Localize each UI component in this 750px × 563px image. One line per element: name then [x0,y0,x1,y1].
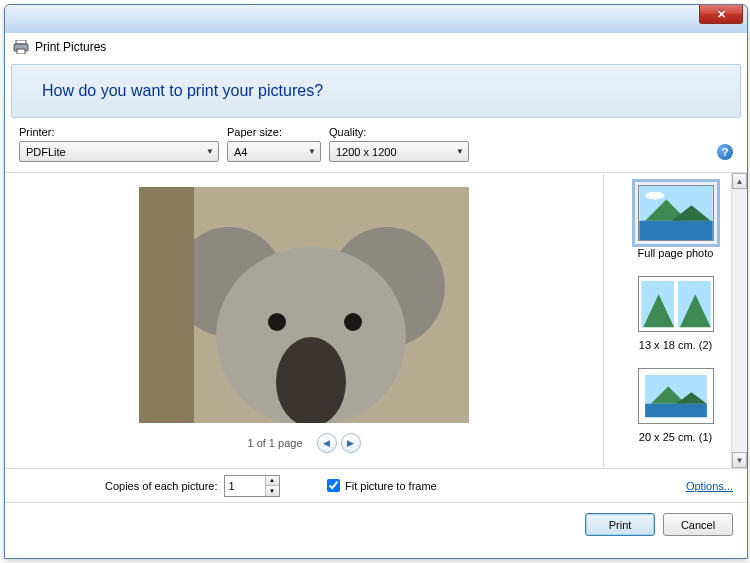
koala-photo-placeholder [139,187,469,423]
paper-size-label: Paper size: [227,126,321,138]
titlebar: ✕ [5,5,747,33]
svg-rect-21 [645,404,707,418]
layout-pane: Full page photo 13 x 18 cm. (2) 20 x 25 … [603,173,747,468]
copies-up-button[interactable]: ▲ [265,476,279,487]
preview-image [139,187,469,423]
main-area: 1 of 1 page ◀ ▶ Full page photo [5,173,747,469]
layout-20x25[interactable]: 20 x 25 cm. (1) [604,361,747,443]
pager-text: 1 of 1 page [247,437,302,449]
svg-rect-2 [17,49,25,54]
printer-setting: Printer: PDFLite ▼ [19,126,219,162]
cancel-button[interactable]: Cancel [663,513,733,536]
help-icon[interactable]: ? [717,144,733,160]
copies-input[interactable] [225,476,265,496]
prev-page-button[interactable]: ◀ [317,433,337,453]
layout-13x18[interactable]: 13 x 18 cm. (2) [604,269,747,351]
print-pictures-dialog: ✕ Print Pictures How do you want to prin… [4,4,748,559]
paper-size-value: A4 [234,146,247,158]
options-row: Copies of each picture: ▲ ▼ Fit picture … [5,469,747,503]
svg-point-9 [344,313,362,331]
copies-spinner[interactable]: ▲ ▼ [224,475,280,497]
settings-row: Printer: PDFLite ▼ Paper size: A4 ▼ Qual… [5,118,747,173]
close-button[interactable]: ✕ [699,5,743,24]
preview-pane: 1 of 1 page ◀ ▶ [5,173,603,468]
layout-scrollbar[interactable]: ▲ ▼ [731,173,747,468]
layout-label: 13 x 18 cm. (2) [639,339,712,351]
paper-size-setting: Paper size: A4 ▼ [227,126,321,162]
layout-label: Full page photo [638,247,714,259]
chevron-down-icon: ▼ [308,147,316,156]
printer-icon [13,40,29,54]
printer-label: Printer: [19,126,219,138]
scroll-up-button[interactable]: ▲ [732,173,747,189]
svg-point-15 [645,192,664,200]
quality-setting: Quality: 1200 x 1200 ▼ [329,126,469,162]
copies-label: Copies of each picture: [105,480,218,492]
paper-size-combo[interactable]: A4 ▼ [227,141,321,162]
banner: How do you want to print your pictures? [11,64,741,118]
fit-group: Fit picture to frame [327,479,437,492]
next-page-button[interactable]: ▶ [341,433,361,453]
layout-label: 20 x 25 cm. (1) [639,431,712,443]
banner-question: How do you want to print your pictures? [42,82,323,100]
svg-point-8 [268,313,286,331]
printer-combo[interactable]: PDFLite ▼ [19,141,219,162]
chevron-down-icon: ▼ [206,147,214,156]
svg-point-7 [276,337,346,423]
svg-rect-0 [16,40,26,44]
fit-checkbox[interactable] [327,479,340,492]
quality-combo[interactable]: 1200 x 1200 ▼ [329,141,469,162]
quality-value: 1200 x 1200 [336,146,397,158]
pager-nav: ◀ ▶ [317,433,361,453]
copies-down-button[interactable]: ▼ [265,486,279,496]
svg-rect-10 [139,187,194,423]
layout-full-page[interactable]: Full page photo [604,179,747,259]
quality-label: Quality: [329,126,469,138]
options-link[interactable]: Options... [686,480,733,492]
fit-label: Fit picture to frame [345,480,437,492]
print-button[interactable]: Print [585,513,655,536]
svg-rect-12 [639,221,712,240]
button-row: Print Cancel [5,503,747,546]
copies-group: Copies of each picture: ▲ ▼ [105,475,280,497]
dialog-header: Print Pictures [5,33,747,60]
scroll-down-button[interactable]: ▼ [732,452,747,468]
pager: 1 of 1 page ◀ ▶ [247,433,360,453]
chevron-down-icon: ▼ [456,147,464,156]
dialog-title: Print Pictures [35,40,106,54]
printer-value: PDFLite [26,146,66,158]
